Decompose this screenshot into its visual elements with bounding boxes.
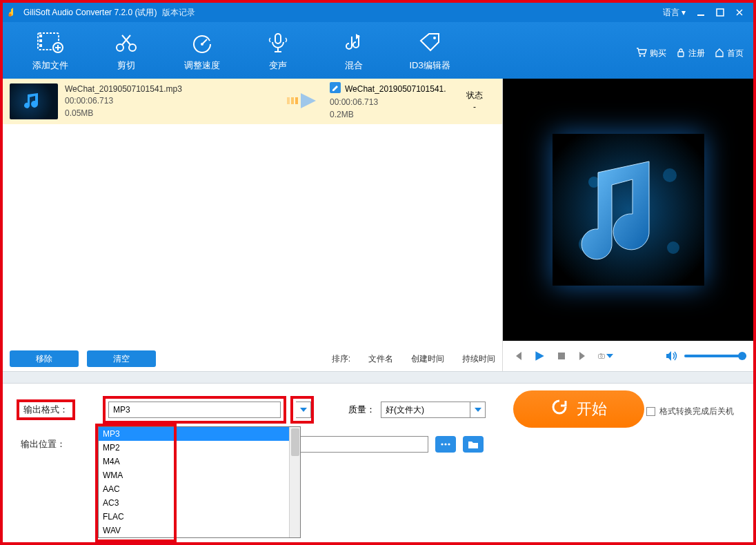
state-col: 状态 -	[454, 90, 495, 114]
prev-button[interactable]	[510, 348, 525, 364]
voice-change-button[interactable]: 变声	[240, 22, 316, 79]
tag-icon	[418, 29, 441, 57]
scissors-icon	[115, 29, 138, 57]
svg-point-28	[601, 355, 603, 357]
register-label: 注册	[688, 48, 705, 59]
svg-point-11	[201, 43, 203, 46]
mix-icon	[342, 29, 366, 57]
minimize-button[interactable]	[691, 6, 710, 19]
start-button[interactable]: 开始	[513, 390, 644, 428]
svg-point-0	[8, 14, 12, 17]
snapshot-button[interactable]	[598, 348, 613, 364]
output-format-dropdown-button[interactable]	[296, 402, 311, 418]
format-option-m4a[interactable]: M4A	[99, 455, 300, 468]
convert-arrow-icon	[286, 90, 320, 113]
sort-by-name[interactable]: 文件名	[368, 353, 393, 365]
maximize-button[interactable]	[710, 6, 730, 19]
version-history-link[interactable]: 版本记录	[162, 7, 195, 19]
buy-label: 购买	[650, 48, 666, 59]
close-button[interactable]	[730, 6, 749, 19]
format-option-wma[interactable]: WMA	[99, 468, 300, 482]
preview-canvas	[503, 79, 753, 341]
output-format-input[interactable]	[108, 402, 281, 418]
stop-button[interactable]	[554, 348, 569, 364]
mix-button[interactable]: 混合	[316, 22, 392, 79]
file-thumbnail	[10, 83, 58, 119]
format-option-ac3[interactable]: AC3	[99, 496, 300, 510]
language-menu[interactable]: 语言 ▾	[663, 7, 686, 19]
state-header: 状态	[454, 90, 495, 101]
edit-icon[interactable]	[330, 82, 341, 97]
svg-rect-27	[599, 355, 605, 359]
state-value: -	[454, 101, 495, 113]
format-option-mp3[interactable]: MP3	[99, 427, 300, 441]
id3-editor-button[interactable]: ID3编辑器	[392, 22, 468, 79]
gauge-icon	[190, 29, 214, 57]
output-format-dropdown-list[interactable]: MP3MP2M4AWMAAACAC3FLACWAV	[98, 426, 301, 538]
svg-rect-6	[39, 44, 42, 47]
output-format-label: 输出格式：	[17, 399, 75, 420]
file-row[interactable]: WeChat_20190507101541.mp3 00:00:06.713 0…	[3, 79, 502, 124]
svg-point-31	[444, 443, 446, 445]
source-size: 0.05MB	[65, 108, 182, 119]
cart-icon	[636, 48, 647, 59]
shutdown-checkbox-row[interactable]: 格式转换完成后关机	[646, 406, 734, 417]
remove-button[interactable]: 移除	[10, 350, 79, 367]
source-file-name: WeChat_20190507101541.mp3	[65, 83, 182, 95]
voice-label: 变声	[269, 59, 287, 72]
open-folder-button[interactable]	[463, 436, 484, 453]
quality-dropdown-button[interactable]	[470, 402, 486, 418]
format-option-flac[interactable]: FLAC	[99, 510, 300, 524]
file-list-empty-area[interactable]	[3, 124, 502, 346]
svg-point-8	[117, 44, 123, 51]
list-buttons-bar: 移除 清空 排序: 文件名 创建时间 持续时间	[3, 346, 502, 371]
svg-point-32	[448, 443, 450, 445]
format-option-wav[interactable]: WAV	[99, 524, 300, 537]
preview-controls	[503, 341, 753, 371]
sort-by-duration[interactable]: 持续时间	[462, 353, 495, 365]
svg-rect-26	[558, 353, 565, 359]
output-format-drop-frame	[290, 396, 314, 424]
next-button[interactable]	[576, 348, 591, 364]
svg-point-15	[644, 54, 646, 57]
shutdown-checkbox[interactable]	[646, 407, 655, 416]
format-option-aac[interactable]: AAC	[99, 482, 300, 496]
home-link[interactable]: 首页	[715, 48, 744, 59]
volume-icon[interactable]	[664, 348, 679, 364]
sort-label: 排序:	[332, 353, 350, 365]
add-file-button[interactable]: 添加文件	[12, 22, 88, 79]
output-panel: 输出格式： 质量： 输出位置： MP3MP2M4AWMAAACAC3	[3, 384, 753, 487]
home-icon	[715, 48, 724, 59]
path-more-button[interactable]	[435, 436, 456, 453]
file-list-pane: WeChat_20190507101541.mp3 00:00:06.713 0…	[3, 79, 503, 371]
svg-point-9	[129, 44, 136, 51]
output-format-select-frame	[103, 396, 286, 424]
dropdown-scrollbar[interactable]	[289, 427, 300, 537]
buy-link[interactable]: 购买	[636, 48, 666, 59]
chevron-down-icon: ▾	[682, 8, 686, 17]
output-path-label: 输出位置：	[17, 437, 70, 452]
speed-label: 调整速度	[184, 59, 220, 72]
play-button[interactable]	[532, 348, 547, 364]
svg-rect-1	[697, 14, 704, 16]
svg-rect-4	[39, 34, 42, 37]
panel-separator	[3, 371, 753, 384]
volume-slider[interactable]	[684, 355, 746, 357]
svg-point-30	[441, 443, 443, 445]
svg-rect-5	[39, 39, 42, 42]
volume-knob[interactable]	[738, 352, 746, 360]
svg-rect-16	[678, 52, 684, 57]
microphone-icon	[266, 29, 290, 57]
preview-pane	[503, 79, 753, 371]
trim-button[interactable]: 剪切	[88, 22, 164, 79]
quality-input[interactable]	[381, 402, 470, 418]
app-logo-icon	[7, 6, 19, 19]
speed-button[interactable]: 调整速度	[164, 22, 240, 79]
language-label: 语言	[663, 8, 679, 17]
sort-by-created[interactable]: 创建时间	[411, 353, 444, 365]
clear-button[interactable]: 清空	[87, 350, 156, 367]
format-option-mp2[interactable]: MP2	[99, 441, 300, 455]
refresh-icon	[550, 398, 568, 420]
home-label: 首页	[727, 48, 744, 59]
register-link[interactable]: 注册	[676, 48, 705, 59]
